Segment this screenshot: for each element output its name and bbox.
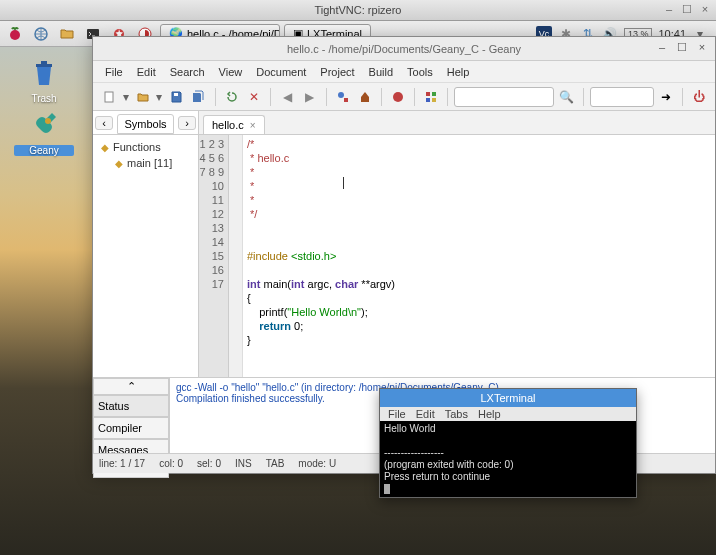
terminal-cursor-icon [384,484,390,494]
minimize-icon[interactable]: – [655,41,669,54]
svg-rect-14 [426,92,430,96]
function-icon: ◆ [115,158,123,169]
lxterminal-window: LXTerminal File Edit Tabs Help Hello Wor… [379,388,637,498]
svg-rect-16 [426,98,430,102]
sidebar-next-icon[interactable]: › [178,116,196,130]
menu-build[interactable]: Build [363,64,399,80]
main-label: main [11] [127,157,172,169]
vnc-maximize-icon[interactable]: ☐ [680,2,694,16]
geany-menubar: File Edit Search View Document Project B… [93,61,715,83]
menu-view[interactable]: View [213,64,249,80]
editor-tabs: hello.c × [199,111,715,135]
svg-rect-17 [432,98,436,102]
open-file-icon[interactable] [133,86,153,108]
svg-point-10 [338,92,344,98]
revert-icon[interactable] [221,86,241,108]
terminal-body[interactable]: Hello World ------------------ (program … [380,421,636,497]
lx-menu-tabs[interactable]: Tabs [441,408,472,420]
save-icon[interactable] [166,86,186,108]
svg-rect-11 [344,98,348,102]
close-file-icon[interactable]: ✕ [244,86,264,108]
new-file-icon[interactable] [99,86,119,108]
status-line: line: 1 / 17 [99,458,145,469]
tab-close-icon[interactable]: × [250,120,256,131]
status-sel: sel: 0 [197,458,221,469]
goto-line-input[interactable] [590,87,654,107]
menu-tools[interactable]: Tools [401,64,439,80]
geany-toolbar: ▾ ▾ ✕ ◀ ▶ 🔍 ➜ ⏻ [93,83,715,111]
raspberry-menu-icon[interactable] [4,24,26,44]
color-picker-icon[interactable] [421,86,441,108]
sidebar-prev-icon[interactable]: ‹ [95,116,113,130]
build-icon[interactable] [355,86,375,108]
svg-rect-8 [105,92,113,102]
svg-point-7 [45,118,51,124]
lxterm-titlebar[interactable]: LXTerminal [380,389,636,407]
search-icon[interactable]: 🔍 [556,86,576,108]
geany-window-controls: – ☐ × [655,41,709,54]
open-dropdown-icon[interactable]: ▾ [155,86,164,108]
maximize-icon[interactable]: ☐ [675,41,689,54]
close-icon[interactable]: × [695,41,709,54]
svg-point-13 [393,92,403,102]
geany-sidebar: ‹ Symbols › ◆ Functions ◆ main [11] [93,111,199,377]
nav-forward-icon[interactable]: ▶ [299,86,319,108]
svg-rect-6 [41,61,47,64]
svg-rect-12 [361,97,369,102]
bp-up-icon[interactable]: ⌃ [93,378,169,395]
compile-icon[interactable] [332,86,352,108]
fold-margin[interactable] [229,135,243,377]
status-mode: mode: U [298,458,336,469]
svg-rect-5 [36,64,52,67]
bp-tab-compiler[interactable]: Compiler [93,417,169,439]
menu-edit[interactable]: Edit [131,64,162,80]
menu-document[interactable]: Document [250,64,312,80]
menu-file[interactable]: File [99,64,129,80]
status-col: col: 0 [159,458,183,469]
tree-node-functions[interactable]: ◆ Functions [97,139,194,155]
save-all-icon[interactable] [188,86,208,108]
bp-tab-status[interactable]: Status [93,395,169,417]
line-number-gutter[interactable]: 1 2 3 4 5 6 7 8 9 10 11 12 13 14 15 16 1… [199,135,229,377]
editor-tab-hello[interactable]: hello.c × [203,115,265,134]
trash-icon[interactable]: Trash [14,55,74,104]
status-tab: TAB [266,458,285,469]
vnc-title: TightVNC: rpizero [314,4,401,16]
symbols-tree: ◆ Functions ◆ main [11] [93,135,198,377]
folder-icon: ◆ [101,142,109,153]
status-ins: INS [235,458,252,469]
lx-menu-file[interactable]: File [384,408,410,420]
file-manager-icon[interactable] [56,24,78,44]
run-icon[interactable] [388,86,408,108]
code-editor[interactable]: 1 2 3 4 5 6 7 8 9 10 11 12 13 14 15 16 1… [199,135,715,377]
lx-menu-edit[interactable]: Edit [412,408,439,420]
vnc-close-icon[interactable]: × [698,2,712,16]
sidebar-tab-symbols[interactable]: Symbols [117,114,174,134]
menu-project[interactable]: Project [314,64,360,80]
trash-label: Trash [14,93,74,104]
vnc-titlebar: TightVNC: rpizero – ☐ × [0,0,716,21]
functions-label: Functions [113,141,161,153]
geany-label: Geany [14,145,74,156]
lx-menu-help[interactable]: Help [474,408,505,420]
terminal-output: Hello World ------------------ (program … [384,423,514,482]
svg-rect-9 [174,93,178,96]
tab-label: hello.c [212,119,244,131]
quit-icon[interactable]: ⏻ [689,86,709,108]
vnc-minimize-icon[interactable]: – [662,2,676,16]
nav-back-icon[interactable]: ◀ [277,86,297,108]
menu-help[interactable]: Help [441,64,476,80]
code-area[interactable]: /* * hello.c * * * */ #include <stdio.h>… [243,135,715,377]
vnc-window-controls: – ☐ × [662,2,712,16]
tree-node-main[interactable]: ◆ main [11] [97,155,194,171]
lxterm-menubar: File Edit Tabs Help [380,407,636,421]
new-dropdown-icon[interactable]: ▾ [121,86,130,108]
goto-icon[interactable]: ➜ [656,86,676,108]
geany-titlebar[interactable]: hello.c - /home/pi/Documents/Geany_C - G… [93,37,715,61]
svg-rect-15 [432,92,436,96]
menu-search[interactable]: Search [164,64,211,80]
web-browser-icon[interactable] [30,24,52,44]
geany-desktop-icon[interactable]: Geany [14,107,74,156]
search-input[interactable] [454,87,554,107]
svg-point-0 [10,30,20,40]
